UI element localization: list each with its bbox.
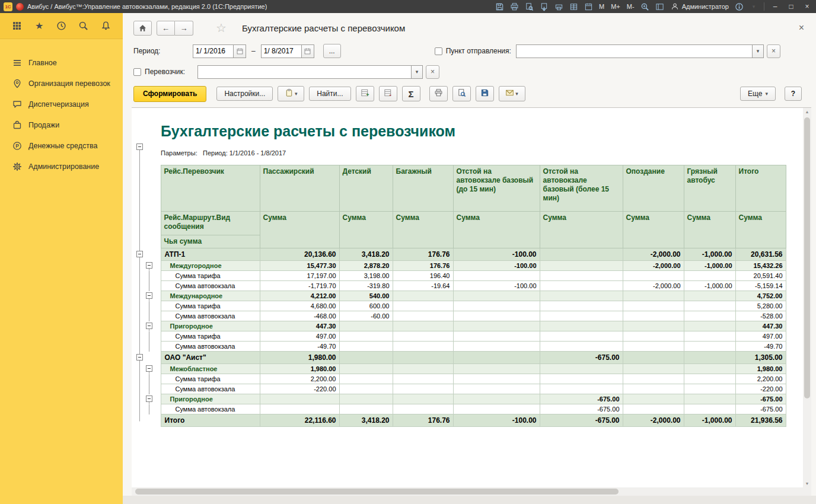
value-cell[interactable]: 5,280.00 — [735, 301, 786, 311]
value-cell[interactable]: -49.70 — [735, 342, 786, 352]
value-cell[interactable] — [453, 374, 540, 384]
value-cell[interactable] — [393, 342, 453, 352]
memory-mminus-button[interactable]: М- — [626, 3, 635, 10]
value-cell[interactable]: -2,000.00 — [623, 261, 684, 271]
value-cell[interactable]: -675.00 — [540, 404, 623, 414]
print-button[interactable] — [429, 86, 448, 101]
vertical-scroll-thumb[interactable] — [804, 117, 810, 398]
row-label[interactable]: Сумма тарифа — [161, 374, 260, 384]
value-cell[interactable]: -2,000.00 — [623, 248, 684, 261]
row-label[interactable]: Международное — [161, 291, 260, 301]
value-cell[interactable] — [684, 352, 735, 364]
value-cell[interactable]: -1,000.00 — [684, 414, 735, 427]
forward-button[interactable]: → — [175, 21, 193, 36]
value-cell[interactable] — [623, 374, 684, 384]
value-cell[interactable]: 2,878.20 — [339, 261, 393, 271]
search-icon[interactable] — [78, 20, 90, 32]
value-cell[interactable]: -528.00 — [735, 311, 786, 321]
value-cell[interactable]: -675.00 — [735, 404, 786, 414]
value-cell[interactable]: -100.00 — [453, 281, 540, 291]
sidebar-item-transportation[interactable]: Организация перевозок — [0, 73, 123, 94]
info-icon[interactable] — [734, 2, 744, 11]
value-cell[interactable]: 1,980.00 — [260, 364, 339, 374]
value-cell[interactable] — [623, 352, 684, 364]
row-label[interactable]: Сумма автовокзала — [161, 281, 260, 291]
close-window-icon[interactable]: × — [802, 2, 812, 11]
value-cell[interactable]: 3,418.20 — [339, 414, 393, 427]
sidebar-item-sales[interactable]: Продажи — [0, 114, 123, 135]
sidebar-item-money[interactable]: РДенежные средства — [0, 135, 123, 156]
value-cell[interactable] — [339, 384, 393, 394]
value-cell[interactable] — [540, 384, 623, 394]
value-cell[interactable] — [623, 342, 684, 352]
value-cell[interactable] — [540, 321, 623, 331]
value-cell[interactable]: -1,000.00 — [684, 248, 735, 261]
value-cell[interactable]: -675.00 — [735, 394, 786, 404]
period-from-input[interactable] — [193, 45, 233, 58]
row-label[interactable]: Междугородное — [161, 261, 260, 271]
value-cell[interactable] — [540, 271, 623, 281]
period-more-button[interactable]: ... — [323, 44, 341, 58]
value-cell[interactable] — [684, 364, 735, 374]
scroll-up-icon[interactable]: ▲ — [803, 110, 811, 114]
value-cell[interactable]: -220.00 — [735, 384, 786, 394]
value-cell[interactable]: 447.30 — [735, 321, 786, 331]
value-cell[interactable]: -675.00 — [540, 394, 623, 404]
value-cell[interactable] — [623, 394, 684, 404]
value-cell[interactable] — [339, 352, 393, 364]
sidebar-item-dispatching[interactable]: Диспетчеризация — [0, 94, 123, 114]
save-result-button[interactable] — [476, 86, 494, 101]
value-cell[interactable]: -675.00 — [540, 414, 623, 427]
value-cell[interactable] — [684, 331, 735, 342]
print-settings-icon[interactable] — [554, 2, 563, 11]
value-cell[interactable] — [684, 384, 735, 394]
value-cell[interactable]: -468.00 — [260, 311, 339, 321]
value-cell[interactable]: 447.30 — [260, 321, 339, 331]
memory-m-button[interactable]: М — [598, 3, 605, 10]
value-cell[interactable]: 21,936.56 — [735, 414, 786, 427]
memory-mplus-button[interactable]: М+ — [610, 3, 621, 10]
row-label[interactable]: Сумма автовокзала — [161, 311, 260, 321]
value-cell[interactable]: -2,000.00 — [623, 414, 684, 427]
value-cell[interactable] — [393, 394, 453, 404]
value-cell[interactable] — [684, 291, 735, 301]
row-label[interactable]: АТП-1 — [161, 248, 260, 261]
row-label[interactable]: Пригородное — [161, 394, 260, 404]
collapse-groups-button[interactable]: - — [379, 86, 397, 101]
value-cell[interactable] — [540, 374, 623, 384]
value-cell[interactable]: -1,000.00 — [684, 261, 735, 271]
row-label[interactable]: Пригородное — [161, 321, 260, 331]
find-button[interactable]: Найти... — [309, 87, 350, 101]
value-cell[interactable] — [540, 301, 623, 311]
value-cell[interactable] — [623, 384, 684, 394]
value-cell[interactable]: -19.64 — [393, 281, 453, 291]
period-from-calendar-icon[interactable] — [233, 45, 246, 58]
period-to-calendar-icon[interactable] — [301, 45, 314, 58]
favorites-star-icon[interactable]: ★ — [33, 20, 45, 32]
value-cell[interactable]: 15,432.26 — [735, 261, 786, 271]
value-cell[interactable]: 540.00 — [339, 291, 393, 301]
horizontal-scroll-thumb[interactable] — [135, 489, 619, 495]
report-variants-button[interactable]: ▾ — [278, 86, 304, 101]
print-icon[interactable] — [509, 2, 519, 11]
value-cell[interactable] — [623, 311, 684, 321]
titlebar-chevron-icon[interactable]: ▾ — [749, 2, 758, 11]
departure-dropdown-icon[interactable]: ▾ — [752, 45, 763, 58]
value-cell[interactable]: 20,591.40 — [735, 271, 786, 281]
apps-grid-icon[interactable] — [11, 20, 23, 32]
departure-clear-icon[interactable]: × — [767, 44, 780, 58]
collapse-report-icon[interactable] — [136, 143, 143, 150]
value-cell[interactable] — [540, 364, 623, 374]
carrier-input[interactable] — [198, 66, 411, 78]
calendar-icon[interactable] — [584, 2, 593, 11]
collapse-group-icon[interactable] — [136, 251, 143, 257]
value-cell[interactable] — [540, 331, 623, 342]
maximize-icon[interactable]: □ — [786, 2, 796, 11]
value-cell[interactable] — [393, 364, 453, 374]
value-cell[interactable]: -220.00 — [260, 384, 339, 394]
value-cell[interactable] — [453, 271, 540, 281]
value-cell[interactable]: 600.00 — [339, 301, 393, 311]
value-cell[interactable]: -2,000.00 — [623, 281, 684, 291]
value-cell[interactable]: 2,200.00 — [735, 374, 786, 384]
value-cell[interactable] — [260, 394, 339, 404]
